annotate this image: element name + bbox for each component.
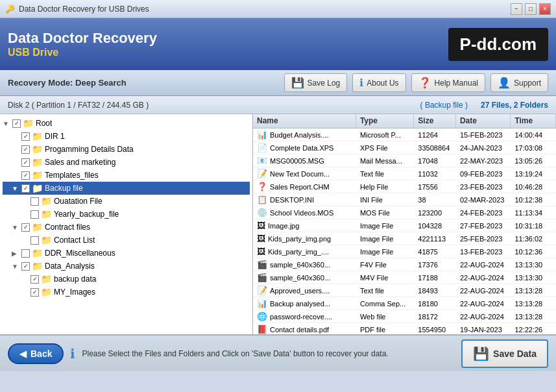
close-button[interactable]: × <box>539 3 551 15</box>
table-row[interactable]: ❓Sales Report.CHMHelp File1755623-FEB-20… <box>253 180 556 193</box>
tree-item[interactable]: ✓📁Progamming Details Data <box>3 143 250 156</box>
file-name-cell: 🖼Kids_party_img.png <box>253 232 356 245</box>
file-size-cell: 11032 <box>414 169 456 179</box>
tree-item-label: DDR_Miscellaneous <box>45 249 115 258</box>
tree-checkbox[interactable]: ✓ <box>12 119 21 128</box>
folder-icon: 📁 <box>23 118 34 129</box>
table-row[interactable]: 🖼Kids_party_img_....Image File4187513-FE… <box>253 245 556 258</box>
file-size-cell: 18493 <box>414 286 456 296</box>
title-bar: 🔑 Data Doctor Recovery for USB Drives − … <box>0 0 556 18</box>
save-log-button[interactable]: 💾 Save Log <box>284 73 348 92</box>
file-time-cell: 10:12:36 <box>511 247 556 257</box>
tree-item[interactable]: ▼✓📁Root <box>3 117 250 130</box>
tree-item[interactable]: ▼✓📁Backup file <box>3 182 250 195</box>
table-row[interactable]: 📊Budget Analysis....Microsoft P...112641… <box>253 129 556 141</box>
table-row[interactable]: 📧MSG00005.MSGMail Messa...1704822-MAY-20… <box>253 154 556 167</box>
col-name-header[interactable]: Name <box>253 114 356 128</box>
table-row[interactable]: 🖼Image.jpgImage File10432827-FEB-202310:… <box>253 219 556 232</box>
tree-item[interactable]: 📁Yearly_backup_file <box>3 208 250 221</box>
table-row[interactable]: 📊Backup analysed...Comma Sep...1818022-A… <box>253 297 556 310</box>
tree-scroll[interactable]: ▼✓📁Root ✓📁DIR 1 ✓📁Progamming Details Dat… <box>0 114 252 334</box>
tree-checkbox[interactable]: ✓ <box>21 145 30 154</box>
file-type-cell: PDF file <box>356 325 414 335</box>
file-name-text: Sales Report.CHM <box>270 183 330 191</box>
support-button[interactable]: 👤 Support <box>490 73 548 92</box>
file-type-cell: Mail Messa... <box>356 156 414 166</box>
tree-checkbox[interactable]: ✓ <box>21 132 30 141</box>
table-row[interactable]: 🌐password-recove....Web file1817222-AUG-… <box>253 310 556 323</box>
table-row[interactable]: 📕Contact details.pdfPDF file155495019-JA… <box>253 323 556 334</box>
tree-checkbox[interactable] <box>30 236 39 245</box>
help-manual-button[interactable]: ❓ Help Manual <box>411 73 485 92</box>
minimize-button[interactable]: − <box>511 3 522 15</box>
file-icon: 🌐 <box>257 312 267 321</box>
tree-item[interactable]: ✓📁backup data <box>3 273 250 286</box>
table-row[interactable]: 🎬sample_640x360...M4V File1718822-AUG-20… <box>253 271 556 284</box>
file-date-cell: 02-MAR-2023 <box>456 195 511 205</box>
file-name-cell: 💿School Videos.MOS <box>253 206 356 219</box>
file-date-cell: 22-AUG-2024 <box>456 273 511 283</box>
col-time-header[interactable]: Time <box>511 114 556 128</box>
file-icon: 📊 <box>257 130 267 140</box>
tree-item[interactable]: ✓📁MY_Images <box>3 286 250 299</box>
expand-icon[interactable]: ▼ <box>3 120 10 127</box>
file-time-cell: 13:05:26 <box>511 156 556 166</box>
col-type-header[interactable]: Type <box>356 114 414 128</box>
tree-checkbox[interactable] <box>30 210 39 219</box>
file-icon: 🖼 <box>257 221 265 230</box>
table-row[interactable]: 🎬sample_640x360...F4V File1737622-AUG-20… <box>253 258 556 271</box>
status-bar: Disk 2 ( Partition 1 / FAT32 / 244.45 GB… <box>0 96 556 114</box>
tree-item-label: Contact List <box>54 236 95 245</box>
app-icon: 🔑 <box>5 5 15 14</box>
maximize-button[interactable]: □ <box>525 3 537 15</box>
back-button[interactable]: ◀ Back <box>8 343 64 364</box>
tree-item[interactable]: ▶📁DDR_Miscellaneous <box>3 247 250 260</box>
tree-checkbox[interactable] <box>30 197 39 206</box>
file-date-cell: 13-FEB-2023 <box>456 247 511 257</box>
expand-icon[interactable]: ▼ <box>12 263 19 270</box>
file-name-cell: 📊Budget Analysis.... <box>253 129 356 141</box>
table-row[interactable]: 🖼Kids_party_img.pngImage File422111325-F… <box>253 232 556 245</box>
file-name-text: Budget Analysis.... <box>270 131 329 139</box>
table-row[interactable]: 📋DESKTOP.INIINI File3802-MAR-202310:12:3… <box>253 193 556 206</box>
file-type-cell: Microsoft P... <box>356 130 414 140</box>
file-icon: 📕 <box>257 325 267 334</box>
file-size-cell: 38 <box>414 195 456 205</box>
table-row[interactable]: 📄Complete Data.XPSXPS File3350886424-JAN… <box>253 141 556 154</box>
file-time-cell: 10:46:28 <box>511 182 556 192</box>
file-size-cell: 4221113 <box>414 234 456 244</box>
expand-icon[interactable]: ▼ <box>12 185 19 192</box>
expand-icon[interactable]: ▶ <box>12 250 19 257</box>
folder-icon: 📁 <box>32 144 43 154</box>
table-row[interactable]: 💿School Videos.MOSMOS File12320024-FEB-2… <box>253 206 556 219</box>
tree-checkbox[interactable]: ✓ <box>21 262 30 271</box>
file-type-cell: INI File <box>356 195 414 205</box>
tree-checkbox[interactable]: ✓ <box>21 184 30 193</box>
tree-item[interactable]: 📁Contact List <box>3 234 250 247</box>
tree-item[interactable]: ✓📁DIR 1 <box>3 130 250 143</box>
file-time-cell: 14:00:44 <box>511 130 556 140</box>
tree-item[interactable]: ✓📁Templates_files <box>3 169 250 182</box>
file-count: 27 Files, 2 Folders <box>481 101 548 110</box>
tree-checkbox[interactable]: ✓ <box>21 223 30 232</box>
expand-icon[interactable]: ▼ <box>12 224 19 231</box>
tree-item[interactable]: ▼✓📁Data_Analysis <box>3 260 250 273</box>
table-row[interactable]: 📝New Text Docum...Text file1103209-FEB-2… <box>253 167 556 180</box>
backup-link[interactable]: ( Backup file ) <box>420 101 468 110</box>
tree-item[interactable]: 📁Ouatation File <box>3 195 250 208</box>
table-row[interactable]: 📝Approved_users....Text file1849322-AUG-… <box>253 284 556 297</box>
file-rows[interactable]: 📊Budget Analysis....Microsoft P...112641… <box>253 129 556 334</box>
tree-checkbox[interactable]: ✓ <box>21 171 30 180</box>
tree-checkbox[interactable] <box>21 249 30 258</box>
tree-checkbox[interactable]: ✓ <box>21 158 30 167</box>
col-size-header[interactable]: Size <box>414 114 456 128</box>
file-date-cell: 24-JAN-2023 <box>456 143 511 153</box>
tree-item[interactable]: ✓📁Sales and marketing <box>3 156 250 169</box>
file-size-cell: 104328 <box>414 221 456 231</box>
tree-item[interactable]: ▼✓📁Contract files <box>3 221 250 234</box>
tree-checkbox[interactable]: ✓ <box>30 288 39 297</box>
about-us-button[interactable]: ℹ About Us <box>352 73 405 92</box>
col-date-header[interactable]: Date <box>456 114 511 128</box>
tree-checkbox[interactable]: ✓ <box>30 275 39 284</box>
save-data-button[interactable]: 💾 Save Data <box>461 339 548 368</box>
